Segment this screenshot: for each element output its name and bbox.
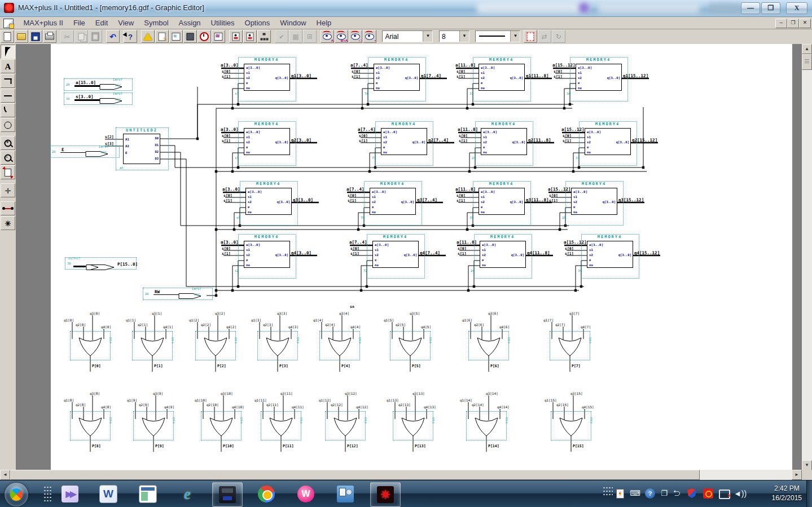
save-button[interactable] — [29, 30, 42, 43]
memory4-block[interactable]: a[3..0]s1s2enuq[3..0] — [479, 64, 525, 91]
scroll-left-icon[interactable]: ◄ — [0, 470, 10, 480]
new-file-button[interactable] — [1, 30, 14, 43]
taskbar-item-word[interactable]: W — [94, 482, 123, 506]
zoom-out-tool[interactable]: - — [1, 151, 15, 165]
memory4-block[interactable]: a[3..0]s1s2enuq[3..0] — [374, 64, 420, 91]
select-tool[interactable] — [1, 45, 15, 59]
minimize-button[interactable]: — — [741, 2, 760, 14]
mdi-minimize-button[interactable]: – — [775, 19, 787, 28]
tray-keyboard-icon[interactable]: ⌨ — [630, 488, 640, 499]
floorplan-editor-button[interactable] — [183, 30, 197, 43]
taskbar-item-printer-tool[interactable] — [212, 482, 243, 507]
menu-item-max-plus-ii[interactable]: MAX+plus II — [18, 17, 68, 29]
undo-button[interactable] — [106, 30, 120, 43]
editor-canvas[interactable]: MEMORY4a[3..0]s1s2enuq[3..0]a[3..0]s[0]s… — [16, 44, 802, 470]
compiler-button[interactable] — [141, 30, 155, 43]
taskbar-item-kmplayer[interactable]: ▶▶ — [55, 482, 85, 506]
taskbar-item-app-window[interactable] — [133, 482, 163, 506]
hierarchy-down-button[interactable] — [243, 30, 257, 43]
memory4-block[interactable]: a[3..0]s1s2enuq[3..0] — [370, 188, 416, 215]
view-fit-button[interactable]: A — [321, 30, 334, 43]
font-combobox[interactable]: Arial ▼ — [382, 30, 433, 42]
tray-app-red-icon[interactable] — [703, 488, 713, 499]
memory4-block[interactable]: a[3..0]s1s2enuq[3..0] — [480, 241, 526, 268]
vertical-scrollbar[interactable]: ▲ ▼ — [802, 44, 812, 470]
symbol-outline-button[interactable] — [524, 30, 537, 43]
tray-network-icon[interactable] — [719, 490, 730, 499]
menu-item-window[interactable]: Window — [275, 17, 311, 29]
taskbar-item-photo-scanner[interactable] — [331, 482, 360, 506]
font-size-combobox[interactable]: 8 ▼ — [439, 30, 469, 42]
print-button[interactable] — [43, 30, 56, 43]
tray-language-icon[interactable]: ❐ — [659, 488, 669, 499]
input-pin-rw[interactable]: 20RWINPUTVCC — [143, 288, 213, 300]
arc-tool[interactable] — [1, 103, 15, 117]
open-file-button[interactable] — [15, 30, 28, 43]
hierarchy-tree-button[interactable] — [257, 30, 271, 43]
simulator-button[interactable] — [212, 30, 225, 43]
horizontal-scroll-thumb[interactable] — [10, 470, 700, 480]
maximize-button[interactable]: ❐ — [761, 2, 780, 14]
taskbar-item-internet-explorer[interactable]: e — [173, 482, 202, 506]
menu-item-file[interactable]: File — [68, 17, 90, 29]
waveform-editor-button[interactable] — [169, 30, 183, 43]
close-button[interactable]: X — [786, 2, 807, 14]
memory4-block[interactable]: a[3..0]s1s2enuq[3..0] — [481, 128, 527, 155]
memory4-block[interactable]: a[3..0]s1s2enuq[3..0] — [479, 188, 525, 215]
fit-in-window-tool[interactable] — [1, 165, 15, 179]
rubberband-x-tool[interactable]: ✳ — [1, 216, 15, 230]
memory4-block[interactable]: a[3..0]s1s2enuq[3..0] — [576, 64, 622, 91]
scroll-down-icon[interactable]: ▼ — [802, 460, 812, 470]
output-pin-p150[interactable]: 30OUTPUTP[15..0] — [65, 257, 137, 270]
menu-item-symbol[interactable]: Symbol — [139, 17, 173, 29]
input-pin-a150[interactable]: 26a[15..0]INPUTVCC — [64, 78, 133, 91]
memory4-block[interactable]: a[3..0]s1s2enuq[3..0] — [587, 241, 633, 268]
menu-item-view[interactable]: View — [113, 17, 139, 29]
orthogonal-line-tool[interactable] — [1, 74, 15, 88]
taskbar-item-maxplus-app[interactable]: ✳ — [370, 482, 401, 507]
text-editor-button[interactable] — [155, 30, 169, 43]
menu-item-edit[interactable]: Edit — [90, 17, 113, 29]
tray-volume-icon[interactable]: ◄)) — [734, 488, 744, 499]
horizontal-scrollbar[interactable]: ◄ ► — [0, 470, 802, 480]
show-desktop-button[interactable] — [806, 480, 812, 507]
view-pink-button[interactable]: ▪ — [363, 30, 376, 43]
view-gate-button[interactable]: -□ — [349, 30, 362, 43]
view-in-button[interactable]: B+A — [335, 30, 348, 43]
tray-usb-icon[interactable]: ⮌ — [671, 488, 682, 499]
memory4-block[interactable]: a[3..0]s1s2enuq[3..0] — [244, 64, 290, 91]
taskbar-clock[interactable]: 2:42 PM 16/2/2015 — [772, 484, 802, 503]
mdi-close-button[interactable]: ✕ — [799, 19, 811, 28]
menu-item-assign[interactable]: Assign — [174, 17, 206, 29]
input-pin-e[interactable]: 28EINPUTVCC — [50, 146, 120, 158]
line-dropdown-icon[interactable]: ▼ — [510, 31, 520, 42]
memory4-block[interactable]: a[3..0]s1s2enuq[3..0] — [381, 128, 427, 155]
menu-item-options[interactable]: Options — [240, 17, 275, 29]
memory4-block[interactable]: a[3..0]s1s2enuq[3..0] — [244, 241, 290, 268]
timing-analyzer-button[interactable] — [197, 30, 211, 43]
tray-dots-icon[interactable] — [603, 486, 613, 496]
memory4-block[interactable]: a[3..0]s1s2enuq[3..0] — [372, 241, 419, 268]
tray-shield-icon[interactable] — [687, 488, 696, 498]
menu-item-utilities[interactable]: Utilities — [206, 17, 240, 29]
taskbar-item-chrome[interactable] — [252, 482, 281, 506]
vertical-scroll-thumb[interactable] — [802, 54, 812, 70]
tray-doc-flash-icon[interactable] — [616, 489, 624, 499]
menu-item-help[interactable]: Help — [311, 17, 337, 29]
rubberband-h-tool[interactable] — [1, 201, 15, 215]
memory4-block[interactable]: a[3..0]s1s2enuq[3..0] — [571, 188, 617, 215]
start-button[interactable] — [5, 483, 28, 506]
scroll-right-icon[interactable]: ► — [792, 470, 802, 480]
diagonal-line-tool[interactable] — [1, 89, 15, 103]
line-style-combobox[interactable]: ▼ — [475, 30, 520, 42]
memory4-block[interactable]: a[3..0]s1s2enuq[3..0] — [244, 128, 290, 155]
scroll-up-icon[interactable]: ▲ — [802, 44, 812, 54]
context-help-button[interactable] — [124, 30, 137, 43]
text-tool[interactable]: A — [1, 59, 15, 73]
memory4-block[interactable]: a[3..0]s1s2enuq[3..0] — [245, 188, 292, 215]
zoom-in-tool[interactable]: + — [1, 136, 15, 150]
hierarchy-display-button[interactable] — [229, 30, 243, 43]
circle-tool[interactable] — [1, 118, 15, 132]
decoder-block[interactable]: A1A2ED0D1D2D3 — [123, 134, 160, 164]
tray-help-icon[interactable]: ? — [645, 488, 655, 499]
